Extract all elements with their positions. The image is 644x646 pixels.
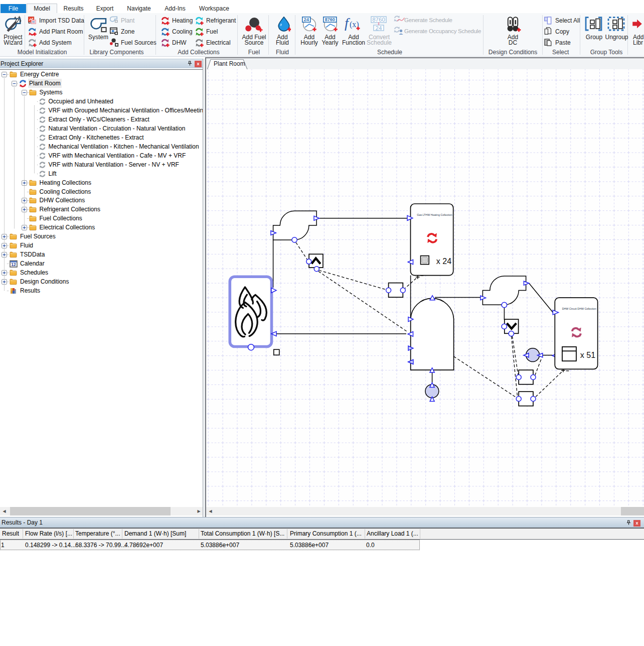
- svg-text:8760: 8760: [372, 17, 385, 23]
- svg-text:Gas LTHW Heating Collection: Gas LTHW Heating Collection: [417, 213, 452, 216]
- svg-text:24: 24: [304, 17, 309, 22]
- svg-text:24: 24: [376, 25, 382, 31]
- svg-text:8760: 8760: [325, 17, 335, 22]
- svg-text:x 24: x 24: [436, 257, 451, 266]
- svg-text:DHW Circuit DHW Collection: DHW Circuit DHW Collection: [562, 307, 596, 310]
- svg-text:12: 12: [11, 262, 16, 267]
- svg-text:x 51: x 51: [580, 351, 595, 359]
